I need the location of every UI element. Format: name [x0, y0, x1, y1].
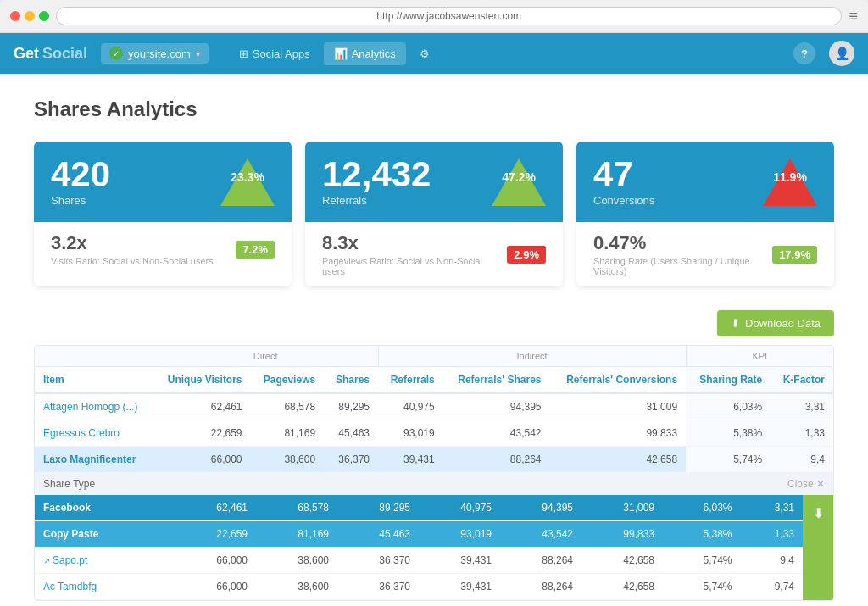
sub-row-referrals: 40,975	[419, 495, 500, 521]
conversions-sub-number: 0.47%	[593, 232, 772, 254]
conversions-sub-badge: 17.9%	[772, 246, 817, 264]
sub-row-pageviews: 68,578	[256, 495, 337, 521]
stat-card-top-conversions: 47 Conversions 11.9%	[576, 142, 834, 222]
download-bar: ⬇ Download Data	[34, 310, 834, 336]
sub-row-kfactor: 9,74	[740, 574, 803, 600]
stat-card-shares: 420 Shares 23.3% 3.2x Visits Ratio: Soci…	[34, 142, 292, 286]
col-pageviews: Pageviews	[251, 367, 325, 394]
sub-row-shares: 45,463	[337, 521, 419, 548]
row-ref-conv: 99,833	[550, 420, 687, 447]
subtable-side-download: ⬇	[803, 495, 833, 600]
col-sharing-rate: Sharing Rate	[686, 367, 771, 394]
sub-row-shares: 36,370	[337, 574, 419, 600]
subtable-download-icon[interactable]: ⬇	[813, 505, 824, 521]
sub-row-pageviews: 38,600	[256, 574, 337, 600]
sub-row-referrals: 93,019	[419, 521, 500, 548]
col-shares: Shares	[324, 367, 378, 394]
row-ref-conv: 42,658	[550, 447, 687, 473]
close-share-type-button[interactable]: Close ✕	[787, 478, 825, 490]
row-shares: 89,295	[324, 393, 378, 420]
row-item: Egressus Crebro	[35, 420, 153, 447]
row-ref-shares: 43,542	[443, 420, 550, 447]
nav-item-settings[interactable]: ⚙	[409, 42, 440, 65]
col-referrals: Referrals	[378, 367, 443, 394]
sub-row-unique: 62,461	[175, 495, 256, 521]
sub-row-sharing-rate: 5,74%	[663, 574, 740, 600]
user-avatar[interactable]: 👤	[829, 41, 854, 66]
top-nav: GetSocial ✓ yoursite.com ▾ ⊞ Social Apps…	[0, 33, 868, 74]
share-type-label: Share Type	[43, 478, 95, 490]
row-sharing-rate: 5,38%	[686, 420, 771, 447]
stat-main-shares: 420 Shares	[51, 157, 110, 207]
sub-row-pageviews: 38,600	[256, 548, 337, 574]
stat-card-top-referrals: 12,432 Referrals 47.2%	[305, 142, 563, 222]
browser-url[interactable]: http://www.jacobsawensten.com	[56, 7, 842, 25]
browser-chrome: http://www.jacobsawensten.com ≡	[0, 0, 868, 33]
sub-row-ref-shares: 88,264	[500, 548, 581, 574]
sub-table-row-sapopt[interactable]: ↗Sapo.pt 66,000 38,600 36,370 39,431 88,…	[35, 548, 803, 574]
site-check-icon: ✓	[109, 47, 123, 60]
sub-table-row-ac[interactable]: Ac Tamdbfg 66,000 38,600 36,370 39,431 8…	[35, 574, 803, 600]
conversions-label: Conversions	[593, 194, 654, 207]
sub-row-sharing-rate: 5,74%	[663, 548, 740, 574]
sub-row-sharing-rate: 5,38%	[663, 521, 740, 548]
row-sharing-rate: 5,74%	[686, 447, 771, 473]
row-unique: 62,461	[153, 393, 251, 420]
sub-row-ref-conv: 42,658	[581, 574, 663, 600]
nav-item-social-apps[interactable]: ⊞ Social Apps	[229, 42, 320, 65]
sub-table: Facebook 62,461 68,578 89,295 40,975 94,…	[35, 495, 803, 600]
stat-card-bottom-conversions: 0.47% Sharing Rate (Users Sharing / Uniq…	[576, 222, 834, 286]
download-data-label: Download Data	[745, 317, 821, 330]
stat-card-bottom-shares: 3.2x Visits Ratio: Social vs Non-Social …	[34, 222, 292, 276]
stat-card-bottom-referrals: 8.3x Pageviews Ratio: Social vs Non-Soci…	[305, 222, 563, 286]
browser-menu-icon[interactable]: ≡	[849, 8, 858, 25]
sub-row-unique: 22,659	[175, 521, 256, 548]
sub-table-row-facebook[interactable]: Facebook 62,461 68,578 89,295 40,975 94,…	[35, 495, 803, 521]
subtable-wrap: Facebook 62,461 68,578 89,295 40,975 94,…	[35, 495, 833, 600]
shares-sub-badge: 7.2%	[236, 241, 275, 259]
page-title: Shares Analytics	[34, 97, 834, 121]
help-button[interactable]: ?	[793, 42, 815, 64]
shares-label: Shares	[51, 194, 110, 207]
conversions-badge: 11.9%	[763, 158, 817, 206]
dot-close[interactable]	[10, 11, 20, 21]
table-row[interactable]: Attagen Homogp (...) 62,461 68,578 89,29…	[35, 393, 833, 420]
referrals-sub-number: 8.3x	[322, 232, 507, 254]
row-kfactor: 9,4	[771, 447, 833, 473]
stat-bottom-left-referrals: 8.3x Pageviews Ratio: Social vs Non-Soci…	[322, 232, 507, 276]
sub-row-unique: 66,000	[175, 574, 256, 600]
shares-caption: Visits Ratio: Social vs Non-Social users	[51, 256, 214, 266]
sub-table-row-copypaste[interactable]: Copy Paste 22,659 81,169 45,463 93,019 4…	[35, 521, 803, 548]
row-shares: 45,463	[324, 420, 378, 447]
sub-row-ref-shares: 43,542	[500, 521, 581, 548]
stat-card-referrals: 12,432 Referrals 47.2% 8.3x Pageviews Ra…	[305, 142, 563, 286]
sub-row-ref-shares: 88,264	[500, 574, 581, 600]
nav-item-analytics[interactable]: 📊 Analytics	[324, 42, 406, 65]
download-data-button[interactable]: ⬇ Download Data	[717, 310, 834, 336]
col-ref-conv: Referrals' Conversions	[550, 367, 687, 394]
dot-maximize[interactable]	[39, 11, 49, 21]
row-shares: 36,370	[324, 447, 378, 473]
sub-row-item: Facebook	[35, 495, 175, 521]
dot-minimize[interactable]	[25, 11, 35, 21]
brand-social: Social	[42, 45, 87, 63]
sub-row-unique: 66,000	[175, 548, 256, 574]
group-header-indirect: Indirect	[378, 346, 686, 367]
table-row[interactable]: Egressus Crebro 22,659 81,169 45,463 93,…	[35, 420, 833, 447]
shares-sub-number: 3.2x	[51, 232, 214, 254]
browser-dots	[10, 11, 49, 21]
row-pageviews: 68,578	[251, 393, 325, 420]
col-item: Item	[35, 367, 153, 394]
site-selector[interactable]: ✓ yoursite.com ▾	[101, 43, 209, 64]
external-link-icon: ↗	[43, 556, 50, 565]
shares-badge-pct: 23.3%	[229, 170, 266, 184]
site-dropdown-arrow: ▾	[196, 49, 200, 58]
sub-row-kfactor: 1,33	[740, 521, 803, 548]
table-row-highlighted[interactable]: Laxo Magnificenter 66,000 38,600 36,370 …	[35, 447, 833, 473]
conversions-arrow-up: 11.9%	[763, 158, 817, 206]
sub-row-item: Copy Paste	[35, 521, 175, 548]
table-wrapper: Direct Indirect KPI Item Unique Visitors…	[35, 346, 833, 473]
referrals-badge: 47.2%	[492, 158, 546, 206]
main-content: Shares Analytics 420 Shares 23.3% 3.2x V…	[0, 74, 868, 606]
main-table-body: Attagen Homogp (...) 62,461 68,578 89,29…	[35, 393, 833, 473]
